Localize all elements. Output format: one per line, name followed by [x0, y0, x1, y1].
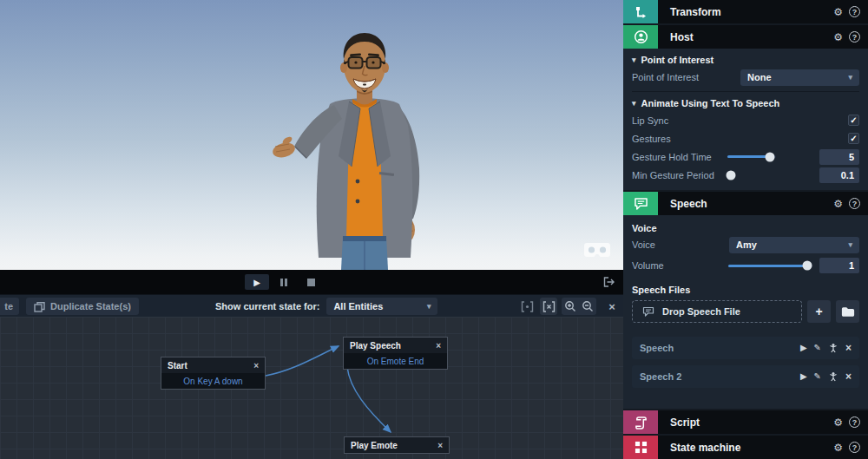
rename-state-button-partial[interactable]: te	[0, 298, 19, 315]
browse-speech-button[interactable]	[836, 300, 859, 323]
state-node-start[interactable]: Start × On Key A down	[161, 357, 266, 390]
lip-sync-row: Lip Sync ✓	[632, 111, 859, 129]
duplicate-state-button[interactable]: Duplicate State(s)	[26, 298, 139, 315]
volume-slider[interactable]	[728, 265, 812, 267]
plus-icon: +	[815, 305, 822, 318]
min-gesture-period-field[interactable]: 0.1	[819, 167, 859, 183]
pause-button[interactable]	[272, 274, 296, 290]
lip-sync-checkbox[interactable]: ✓	[848, 115, 859, 126]
host-character[interactable]	[260, 19, 469, 270]
poi-row: Point of Interest None ▾	[632, 66, 859, 89]
component-title: State machine	[658, 436, 833, 459]
popout-panel-icon[interactable]	[602, 276, 615, 288]
stop-button[interactable]	[299, 274, 323, 290]
zoom-controls	[562, 298, 596, 315]
state-node-play-emote[interactable]: Play Emote ×	[344, 436, 450, 454]
poi-section-header[interactable]: ▾ Point of Interest	[632, 49, 859, 66]
min-gesture-period-value: 0.1	[841, 170, 854, 180]
vr-mode-icon[interactable]	[584, 243, 610, 259]
gear-icon[interactable]: ⚙	[833, 417, 843, 428]
gestures-label: Gestures	[632, 134, 848, 144]
collapse-triangle-icon: ▾	[632, 99, 636, 108]
add-speech-button[interactable]: +	[807, 300, 831, 323]
delete-speech-icon[interactable]: ×	[845, 343, 852, 353]
help-icon[interactable]: ?	[849, 6, 860, 17]
component-header-host[interactable]: Host ⚙ ?	[623, 25, 868, 49]
slider-knob[interactable]	[803, 261, 812, 271]
transition-row[interactable]: On Emote End	[344, 353, 447, 369]
delete-speech-icon[interactable]: ×	[845, 371, 852, 382]
frame-all-button[interactable]	[518, 298, 536, 315]
gesture-mark-icon[interactable]	[828, 343, 838, 353]
transition-label: On Key A down	[183, 377, 242, 386]
gesture-hold-time-field[interactable]: 5	[819, 149, 859, 165]
3d-viewport[interactable]	[0, 0, 623, 270]
playback-controls: ▶	[245, 274, 323, 290]
drop-speech-file-zone[interactable]: Drop Speech File	[632, 300, 802, 323]
component-header-script[interactable]: Script ⚙ ?	[623, 410, 868, 434]
frame-selection-button[interactable]	[540, 298, 557, 315]
close-icon[interactable]: ×	[253, 361, 259, 370]
zoom-out-button[interactable]	[579, 298, 596, 315]
gestures-checkbox[interactable]: ✓	[848, 133, 859, 144]
play-speech-icon[interactable]: ▶	[800, 372, 807, 381]
speech-file-controls: Drop Speech File +	[632, 300, 859, 323]
voice-dropdown[interactable]: Amy ▾	[729, 237, 859, 253]
component-header-transform[interactable]: Transform ⚙ ?	[623, 0, 868, 23]
drop-zone-label: Drop Speech File	[662, 306, 740, 317]
close-icon[interactable]: ×	[437, 441, 443, 450]
frame-selection-icon	[542, 301, 556, 312]
chevron-down-icon: ▾	[848, 73, 852, 82]
slider-knob[interactable]	[727, 170, 736, 180]
poi-dropdown[interactable]: None ▾	[740, 69, 859, 86]
node-title-label: Play Speech	[350, 341, 401, 351]
help-icon[interactable]: ?	[849, 31, 860, 43]
gesture-hold-time-label: Gesture Hold Time	[632, 152, 727, 162]
poi-dropdown-value: None	[747, 72, 772, 82]
state-machine-graph[interactable]: Start × On Key A down Play Speech × On E…	[0, 317, 623, 459]
speech-file-row[interactable]: Speech 2 ▶ ✎ ×	[632, 365, 859, 388]
gear-icon[interactable]: ⚙	[833, 32, 843, 43]
volume-field[interactable]: 1	[819, 258, 859, 273]
min-gesture-period-slider[interactable]	[727, 174, 776, 176]
node-title-label: Play Emote	[351, 441, 398, 450]
gear-icon[interactable]: ⚙	[833, 7, 843, 17]
gesture-mark-icon[interactable]	[828, 371, 838, 382]
state-node-play-speech[interactable]: Play Speech × On Emote End	[343, 337, 448, 370]
zoom-in-button[interactable]	[562, 298, 579, 315]
help-icon[interactable]: ?	[849, 198, 860, 209]
help-icon[interactable]: ?	[849, 442, 860, 453]
edit-speech-icon[interactable]: ✎	[814, 344, 821, 352]
animate-section-header[interactable]: ▾ Animate Using Text To Speech	[632, 92, 859, 111]
entities-dropdown-value: All Entities	[333, 301, 383, 311]
gear-icon[interactable]: ⚙	[833, 199, 843, 209]
component-title: Script	[658, 410, 833, 434]
edit-speech-icon[interactable]: ✎	[814, 372, 821, 381]
play-speech-icon[interactable]: ▶	[800, 344, 807, 352]
frame-all-icon	[521, 301, 534, 312]
component-header-speech[interactable]: Speech ⚙ ?	[623, 192, 868, 215]
speech-icon	[634, 197, 648, 210]
close-panel-button[interactable]: ×	[604, 300, 620, 313]
poi-label: Point of Interest	[632, 72, 740, 82]
entities-dropdown[interactable]: All Entities ▾	[326, 298, 437, 315]
speech-bubble-icon	[642, 306, 654, 317]
transition-row[interactable]: On Key A down	[161, 373, 265, 389]
play-icon: ▶	[253, 278, 260, 287]
gear-icon[interactable]: ⚙	[833, 443, 843, 453]
gesture-hold-time-slider[interactable]	[727, 155, 776, 158]
play-button[interactable]: ▶	[245, 274, 269, 290]
close-icon[interactable]: ×	[436, 341, 441, 351]
component-header-state-machine[interactable]: State machine ⚙ ?	[623, 436, 868, 459]
transform-icon	[634, 5, 648, 19]
speech-file-row[interactable]: Speech ▶ ✎ ×	[632, 337, 859, 359]
voice-dropdown-value: Amy	[736, 239, 757, 250]
stop-icon	[307, 279, 315, 286]
gestures-row: Gestures ✓	[632, 129, 859, 148]
zoom-in-icon	[564, 300, 576, 312]
slider-knob[interactable]	[766, 152, 775, 161]
folder-icon	[841, 306, 855, 318]
help-icon[interactable]: ?	[849, 416, 860, 428]
lip-sync-label: Lip Sync	[632, 115, 848, 126]
duplicate-button-label: Duplicate State(s)	[50, 301, 131, 311]
